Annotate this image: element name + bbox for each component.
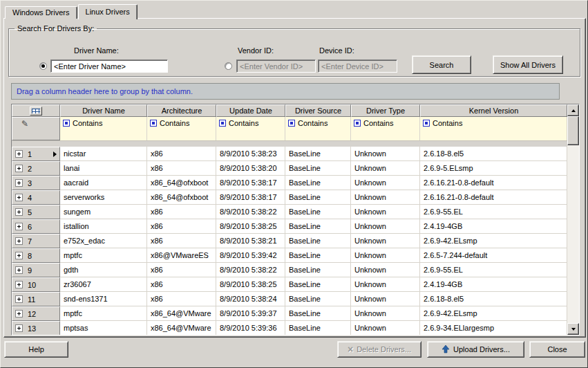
cell[interactable]: BaseLine [285, 292, 351, 306]
cell[interactable]: 2.6.9-42.ELsmp [420, 306, 567, 321]
expand-icon[interactable] [15, 208, 23, 216]
cell[interactable]: mptfc [60, 248, 147, 263]
column-header-driver-source[interactable]: Driver Source [285, 104, 351, 117]
table-row[interactable]: 9gdthx868/9/2010 5:38:22BaseLineUnknown2… [12, 263, 567, 277]
column-header-update-date[interactable]: Update Date [216, 104, 285, 117]
cell[interactable]: 2.4.19-4GB [420, 277, 567, 292]
cell[interactable]: 8/9/2010 5:38:22 [216, 205, 285, 219]
scroll-thumb[interactable] [567, 116, 579, 145]
table-row[interactable]: 5sungemx868/9/2010 5:38:22BaseLineUnknow… [12, 205, 567, 219]
filter-condition-icon[interactable] [288, 120, 295, 127]
column-header-driver-name[interactable]: Driver Name [60, 104, 147, 117]
cell[interactable]: BaseLine [285, 234, 351, 248]
filter-cell[interactable]: Contains [60, 117, 147, 140]
table-row[interactable]: 3aacraidx86_64@ofxboot8/9/2010 5:38:17Ba… [12, 176, 567, 190]
expand-icon[interactable] [15, 310, 23, 318]
cell[interactable]: 8/9/2010 5:39:36 [216, 321, 285, 335]
cell[interactable]: 2.6.9-34.ELlargesmp [420, 321, 567, 335]
row-header[interactable]: 5 [12, 205, 60, 219]
cell[interactable]: 8/9/2010 5:39:42 [216, 248, 285, 263]
filter-condition-icon[interactable] [354, 120, 361, 127]
filter-condition-icon[interactable] [423, 120, 430, 127]
cell[interactable]: snd-ens1371 [60, 292, 147, 306]
column-header-architecture[interactable]: Architecture [147, 104, 216, 117]
expand-icon[interactable] [15, 150, 23, 158]
cell[interactable]: 8/9/2010 5:38:25 [216, 277, 285, 292]
cell[interactable]: e752x_edac [60, 234, 147, 248]
cell[interactable]: serverworks [60, 190, 147, 205]
cell[interactable]: zr36067 [60, 277, 147, 292]
delete-drivers-button[interactable]: × Delete Drivers... [337, 341, 421, 358]
cell[interactable]: BaseLine [285, 306, 351, 321]
grid-select-icon[interactable] [30, 107, 42, 116]
cell[interactable]: Unknown [351, 161, 420, 176]
cell[interactable]: x86 [147, 205, 216, 219]
expand-icon[interactable] [15, 194, 23, 201]
column-header-kernel-version[interactable]: Kernel Version [420, 104, 567, 117]
cell[interactable]: 8/9/2010 5:39:37 [216, 306, 285, 321]
cell[interactable]: Unknown [351, 277, 420, 292]
cell[interactable]: BaseLine [285, 190, 351, 205]
vertical-scrollbar[interactable] [567, 104, 579, 335]
cell[interactable]: 2.6.9-55.EL [420, 205, 567, 219]
cell[interactable]: Unknown [351, 190, 420, 205]
row-header[interactable]: 8 [12, 248, 60, 263]
expand-icon[interactable] [15, 179, 23, 187]
expand-icon[interactable] [15, 281, 23, 288]
row-header[interactable]: 13 [12, 321, 60, 335]
cell[interactable]: BaseLine [285, 219, 351, 234]
expand-icon[interactable] [15, 252, 23, 259]
table-row[interactable]: 8mptfcx86@VMwareES8/9/2010 5:39:42BaseLi… [12, 248, 567, 263]
row-header[interactable]: 10 [12, 277, 60, 292]
cell[interactable]: BaseLine [285, 248, 351, 263]
cell[interactable]: Unknown [351, 306, 420, 321]
row-header[interactable]: 1 [12, 147, 60, 161]
row-header[interactable]: 7 [12, 234, 60, 248]
cell[interactable]: 2.6.9-42.ELsmp [420, 234, 567, 248]
filter-cell[interactable]: Contains [285, 117, 351, 140]
column-header-driver-type[interactable]: Driver Type [351, 104, 420, 117]
cell[interactable]: 8/9/2010 5:38:23 [216, 147, 285, 161]
cell[interactable]: x86_64@VMware [147, 321, 216, 335]
cell[interactable]: Unknown [351, 263, 420, 277]
table-row[interactable]: 1nicstarx868/9/2010 5:38:23BaseLineUnkno… [12, 147, 567, 161]
cell[interactable]: BaseLine [285, 321, 351, 335]
device-id-input[interactable] [318, 59, 397, 73]
cell[interactable]: mptsas [60, 321, 147, 335]
tab-linux-drivers[interactable]: Linux Drivers [78, 4, 137, 19]
row-header[interactable]: 12 [12, 306, 60, 321]
cell[interactable]: x86 [147, 219, 216, 234]
table-row[interactable]: 4serverworksx86_64@ofxboot8/9/2010 5:38:… [12, 190, 567, 205]
expand-icon[interactable] [15, 324, 23, 332]
cell[interactable]: BaseLine [285, 176, 351, 190]
cell[interactable]: 2.6.9-5.ELsmp [420, 161, 567, 176]
cell[interactable]: 2.4.19-4GB [420, 219, 567, 234]
table-row[interactable]: 7e752x_edacx868/9/2010 5:38:21BaseLineUn… [12, 234, 567, 248]
cell[interactable]: x86_64@ofxboot [147, 190, 216, 205]
filter-cell[interactable]: Contains [147, 117, 216, 140]
cell[interactable]: Unknown [351, 248, 420, 263]
cell[interactable]: Unknown [351, 292, 420, 306]
cell[interactable]: BaseLine [285, 147, 351, 161]
cell[interactable]: sungem [60, 205, 147, 219]
cell[interactable]: 2.6.16.21-0.8-default [420, 190, 567, 205]
cell[interactable]: x86 [147, 161, 216, 176]
cell[interactable]: x86@VMwareES [147, 248, 216, 263]
table-row[interactable]: 10zr36067x868/9/2010 5:38:25BaseLineUnkn… [12, 277, 567, 292]
cell[interactable]: x86_64@ofxboot [147, 176, 216, 190]
cell[interactable]: mptfc [60, 306, 147, 321]
cell[interactable]: Unknown [351, 205, 420, 219]
table-row[interactable]: 6istallionx868/9/2010 5:38:25BaseLineUnk… [12, 219, 567, 234]
grid-corner-header[interactable] [12, 104, 60, 117]
cell[interactable]: istallion [60, 219, 147, 234]
cell[interactable]: 8/9/2010 5:38:21 [216, 234, 285, 248]
expand-icon[interactable] [15, 237, 23, 245]
cell[interactable]: nicstar [60, 147, 147, 161]
cell[interactable]: 2.6.5-7.244-default [420, 248, 567, 263]
filter-condition-icon[interactable] [219, 120, 226, 127]
row-header[interactable]: 4 [12, 190, 60, 205]
cell[interactable]: x86 [147, 263, 216, 277]
cell[interactable]: BaseLine [285, 277, 351, 292]
driver-name-input[interactable] [50, 59, 168, 73]
cell[interactable]: 2.6.9-55.EL [420, 263, 567, 277]
